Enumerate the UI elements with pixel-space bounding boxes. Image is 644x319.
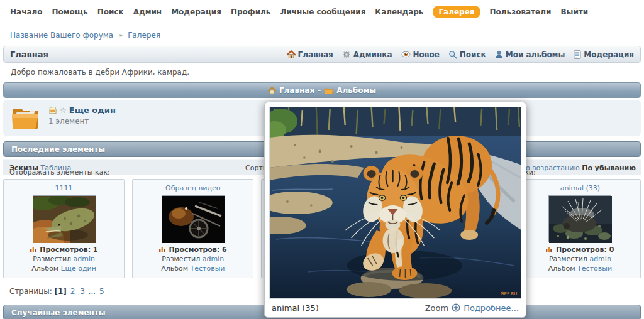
- album-item-count: 1 элемент: [48, 117, 116, 126]
- item-title-link[interactable]: Образец видео: [165, 184, 221, 192]
- tiger-photo[interactable]: GEE.RU: [269, 107, 521, 299]
- item-title-link[interactable]: animal (33): [560, 184, 600, 192]
- poster-link[interactable]: admin: [74, 255, 95, 263]
- breadcrumb: Название Вашего форума » Галерея: [0, 23, 644, 46]
- gallery-header-bar: Главная Главная Админка Новое Поиск Мои …: [3, 46, 641, 63]
- porcupine-thumbnail[interactable]: [548, 195, 611, 242]
- video-thumbnail[interactable]: [162, 195, 225, 242]
- menu-item-users[interactable]: Пользователи: [490, 8, 552, 16]
- menu-item-messages[interactable]: Личные сообщения: [280, 8, 365, 16]
- item-title-link[interactable]: 1111: [55, 184, 73, 192]
- menu-item-home[interactable]: Начало: [10, 8, 43, 16]
- item-album-link[interactable]: Еще один: [61, 264, 96, 273]
- menu-item-admin[interactable]: Админ: [133, 8, 162, 16]
- gear-icon: [342, 50, 351, 59]
- page-link-2[interactable]: 2: [70, 287, 75, 296]
- latest-items-title: Последние элементы: [11, 145, 105, 154]
- posted-label: Разместил: [549, 255, 587, 263]
- pages-label: Страницы:: [9, 287, 52, 296]
- breadcrumb-root-link[interactable]: Название Вашего форума: [10, 31, 113, 40]
- lightbox-image-title: animal (35): [272, 303, 319, 313]
- item-album-link[interactable]: Тестовый: [190, 264, 225, 273]
- zoom-plus-icon[interactable]: [452, 303, 460, 312]
- user-icon: [495, 50, 503, 59]
- eye-icon: [401, 50, 411, 58]
- album-label: Альбом: [31, 264, 58, 273]
- menu-item-logout[interactable]: Выйти: [560, 8, 588, 16]
- page-link-5[interactable]: 5: [99, 287, 104, 296]
- action-my-albums[interactable]: Мои альбомы: [495, 50, 565, 59]
- action-gallery-home[interactable]: Главная: [287, 50, 333, 59]
- display-mode-group: Отображать элементы как: Эскизы Таблица: [9, 164, 71, 172]
- views-chart-icon: [546, 246, 552, 252]
- album-label: Альбом: [161, 264, 188, 273]
- views-chart-icon: [30, 246, 36, 252]
- album-title-link[interactable]: Еще один: [69, 105, 116, 115]
- moderation-icon: [574, 50, 581, 59]
- top-menu: Начало Помощь Поиск Админ Модерация Проф…: [0, 0, 644, 23]
- details-link[interactable]: Подробнее...: [464, 303, 519, 313]
- sort-order-group: вки: По возрастанию По убыванию: [521, 164, 636, 172]
- star-icon: ☆: [60, 106, 67, 115]
- search-icon: [448, 50, 457, 59]
- menu-item-calendar[interactable]: Календарь: [375, 8, 423, 16]
- category-home-link[interactable]: Главная: [279, 86, 314, 95]
- breadcrumb-separator: »: [118, 31, 123, 40]
- menu-item-moderation[interactable]: Модерация: [171, 8, 221, 16]
- action-adminka[interactable]: Админка: [342, 50, 392, 59]
- display-mode-label: Отображать элементы как:: [9, 168, 110, 176]
- poster-link[interactable]: admin: [203, 255, 224, 263]
- album-info: ☆ Еще один 1 элемент: [48, 105, 116, 126]
- gallery-item-card: Образец видео Просмотров: 6 Разместил ad…: [132, 179, 253, 278]
- action-label: Новое: [413, 50, 440, 59]
- menu-item-gallery-active[interactable]: Галерея: [433, 6, 480, 18]
- poster-link[interactable]: admin: [589, 255, 611, 263]
- page-title: Главная: [10, 50, 48, 59]
- category-albums-link[interactable]: Альбомы: [336, 86, 376, 95]
- home-icon: [287, 50, 296, 59]
- photos-icon: [48, 107, 57, 114]
- action-label: Модерация: [584, 50, 634, 59]
- category-separator: -: [318, 86, 321, 95]
- action-label: Главная: [298, 50, 333, 59]
- item-views: Просмотров: 1: [40, 246, 97, 254]
- category-bar: Главная - Альбомы: [3, 82, 641, 98]
- views-chart-icon: [159, 246, 165, 252]
- gallery-item-card: animal (33) Просмотров: 0 Разместил admi…: [519, 179, 641, 278]
- item-album-link[interactable]: Тестовый: [577, 264, 612, 273]
- zoom-label[interactable]: Zoom: [425, 303, 448, 313]
- menu-item-profile[interactable]: Профиль: [231, 8, 271, 16]
- crocodile-thumbnail[interactable]: [33, 195, 96, 242]
- action-label: Админка: [353, 50, 392, 59]
- menu-item-search[interactable]: Поиск: [97, 8, 124, 16]
- page-current: [1]: [55, 287, 67, 296]
- folder-icon: [324, 87, 333, 94]
- photo-watermark: GEE.RU: [501, 291, 517, 296]
- breadcrumb-current-link[interactable]: Галерея: [128, 31, 160, 40]
- lightbox-caption-bar: animal (35) Zoom Подробнее...: [269, 299, 521, 316]
- home-icon: [268, 87, 276, 94]
- pages-ellipsis: ...: [89, 287, 96, 296]
- item-views: Просмотров: 0: [556, 246, 614, 254]
- action-moderation[interactable]: Модерация: [574, 50, 634, 59]
- menu-item-help[interactable]: Помощь: [52, 8, 88, 16]
- page-link-3[interactable]: 3: [80, 287, 85, 296]
- album-label: Альбом: [548, 264, 575, 273]
- item-views: Просмотров: 6: [169, 246, 226, 254]
- action-label: Мои альбомы: [506, 50, 565, 59]
- image-lightbox-popup: GEE.RU animal (35) Zoom Подробнее...: [264, 102, 526, 318]
- action-label: Поиск: [460, 50, 486, 59]
- gallery-actions: Главная Админка Новое Поиск Мои альбомы …: [287, 50, 634, 59]
- random-items-title: Случайные элементы: [11, 308, 106, 317]
- welcome-text: Добро пожаловать в дебри Африки, камрад.: [3, 63, 641, 80]
- action-search[interactable]: Поиск: [448, 50, 486, 59]
- action-new[interactable]: Новое: [401, 50, 440, 59]
- posted-label: Разместил: [33, 255, 71, 263]
- sort-desc-current: По убыванию: [582, 164, 636, 172]
- album-folder-icon[interactable]: [11, 105, 40, 131]
- gallery-item-card: 1111 Просмотров: 1 Разместил admin Альбо…: [3, 179, 125, 278]
- posted-label: Разместил: [162, 255, 200, 263]
